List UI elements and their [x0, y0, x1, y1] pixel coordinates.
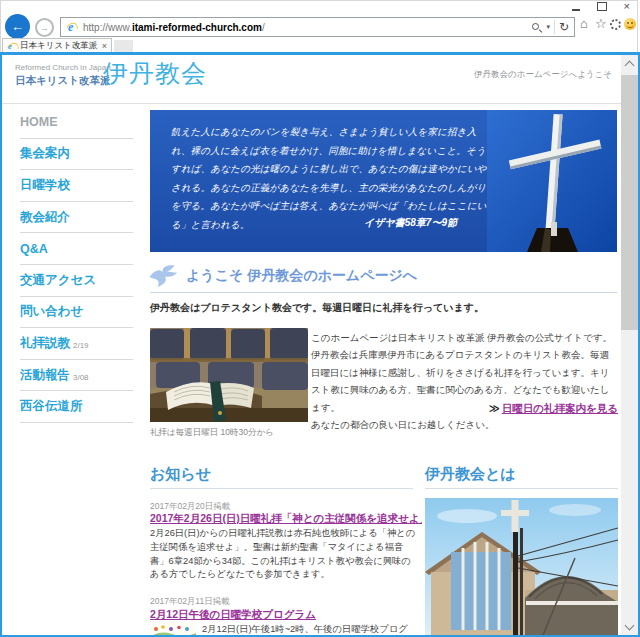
scrollbar-down-arrow[interactable] — [621, 618, 638, 635]
description-line-3: あなたの都合の良い日にお越しください。 — [311, 416, 618, 433]
sidebar-item-label: 教会紹介 — [20, 209, 70, 226]
bible-photo-caption: 礼拝は毎週日曜日 10時30分から — [150, 427, 274, 439]
sidebar-item-label: 問い合わせ — [20, 303, 83, 320]
chevron-down-icon — [625, 620, 635, 630]
sidebar-item-sermons[interactable]: 礼拝説教2/19 — [20, 328, 133, 360]
minimize-button[interactable] — [572, 0, 580, 15]
hero-banner: 飢えた人にあなたのパンを裂き与え、さまよう貧しい人を家に招き入れ、裸の人に会えば… — [150, 110, 617, 252]
favorites-star-icon[interactable]: ☆ — [595, 17, 607, 31]
address-bar[interactable]: e http://www.itami-reformed-church.com/ … — [60, 17, 575, 37]
tab-close-icon[interactable]: × — [102, 41, 107, 51]
back-arrow-icon: ← — [11, 19, 24, 34]
sidebar-item-label: 西谷伝道所 — [20, 398, 83, 415]
news-heading-divider — [150, 488, 413, 489]
news-thumbnail-image — [150, 623, 196, 635]
maximize-icon — [597, 2, 607, 11]
search-icon[interactable] — [532, 23, 541, 32]
denomination-en-label: Reformed Church in Japan — [15, 63, 111, 72]
worship-info-link[interactable]: 日曜日の礼拝案内を見る — [502, 402, 618, 414]
url-path: / — [262, 22, 265, 33]
sidebar-item-church-intro[interactable]: 教会紹介 — [20, 202, 133, 234]
page-favicon-ie-icon: e — [66, 21, 79, 34]
news-item-body: 2月12日(日)午後1時~2時、午後の日曜学校プログ — [202, 623, 408, 635]
description-line-1: このホームページは日本キリスト改革派 伊丹教会の公式サイトです。 — [311, 329, 618, 346]
site-title-logo[interactable]: 伊丹教会 — [103, 57, 207, 90]
sidebar-item-meetings[interactable]: 集会案内 — [20, 139, 133, 171]
browser-window: × ← → e http://www.itami-reformed-church… — [0, 0, 640, 637]
feedback-smiley-icon[interactable] — [624, 18, 636, 30]
forward-button[interactable]: → — [35, 18, 54, 37]
window-frame-left — [0, 55, 2, 635]
sidebar-item-qa[interactable]: Q&A — [20, 233, 133, 265]
maximize-button[interactable] — [597, 0, 607, 15]
news-item-date: 2017年02月11日掲載 — [150, 596, 230, 608]
settings-gear-icon[interactable] — [610, 19, 621, 30]
sidebar-item-label: 日曜学校 — [20, 177, 70, 194]
forward-arrow-icon: → — [40, 23, 49, 33]
sidebar-nav: HOME 集会案内 日曜学校 教会紹介 Q&A 交通アクセス 問い合わせ 礼拝説… — [20, 107, 133, 423]
back-button[interactable]: ← — [5, 14, 30, 39]
page-viewport: Reformed Church in Japan 日本キリスト改革派 伊丹教会 … — [2, 55, 638, 635]
sidebar-item-label: 集会案内 — [20, 145, 70, 162]
url-scheme: http://www. — [83, 22, 132, 33]
header-welcome-note: 伊丹教会のホームページへようこそ — [474, 69, 612, 81]
address-bar-divider — [554, 20, 555, 34]
tab-title: 日本キリスト改革派 伊丹教会... — [20, 40, 99, 52]
sidebar-item-label: HOME — [20, 115, 58, 129]
tab-itami-church[interactable]: e 日本キリスト改革派 伊丹教会... × — [2, 38, 112, 52]
header-divider — [2, 103, 621, 104]
refresh-icon[interactable]: ↻ — [559, 21, 569, 33]
new-tab-button[interactable] — [114, 40, 133, 52]
home-icon[interactable]: ⌂ — [580, 17, 588, 31]
dove-icon — [148, 264, 178, 288]
close-window-icon[interactable]: × — [624, 1, 630, 11]
welcome-intro-text: 伊丹教会はプロテスタント教会です。毎週日曜日に礼拝を行っています。 — [150, 301, 484, 315]
news-item-row: 2月12日(日)午後1時~2時、午後の日曜学校プログ — [150, 623, 422, 635]
about-heading: 伊丹教会とは — [425, 465, 516, 484]
news-item-title-link[interactable]: 2月12日午後の日曜学校プログラム — [150, 608, 422, 622]
vertical-scrollbar[interactable] — [621, 55, 638, 635]
tab-favicon-ie-icon: e — [7, 41, 17, 51]
sidebar-item-access[interactable]: 交通アクセス — [20, 265, 133, 297]
sidebar-item-home[interactable]: HOME — [20, 107, 133, 139]
scrollbar-thumb[interactable] — [621, 75, 638, 330]
welcome-heading-divider — [150, 292, 617, 293]
sidebar-item-label: Q&A — [20, 242, 48, 256]
about-heading-divider — [425, 488, 618, 489]
sidebar-item-nishitani-mission[interactable]: 西谷伝道所 — [20, 391, 133, 423]
scrollbar-up-arrow[interactable] — [621, 55, 638, 72]
church-building-photo — [425, 498, 618, 635]
sidebar-item-label: 活動報告 — [20, 367, 70, 384]
news-item-title-link[interactable]: 2017年2月26日(日)日曜礼拝「神との主従関係を追求せよ」 — [150, 512, 422, 526]
chevron-right-icon: ≫ — [489, 402, 500, 414]
site-description: このホームページは日本キリスト改革派 伊丹教会の公式サイトです。 伊丹教会は兵庫… — [311, 329, 618, 433]
sidebar-item-date: 2/19 — [73, 341, 89, 350]
url-domain: itami-reformed-church.com — [132, 22, 262, 33]
sidebar-item-label: 礼拝説教 — [20, 335, 70, 352]
chevron-up-icon — [625, 60, 635, 70]
sidebar-item-contact[interactable]: 問い合わせ — [20, 297, 133, 329]
news-heading: お知らせ — [150, 465, 211, 484]
smiley-mouth — [627, 24, 633, 28]
sidebar-item-date: 3/08 — [73, 373, 89, 382]
welcome-heading: ようこそ 伊丹教会のホームページへ — [186, 267, 417, 285]
cross-photo — [487, 110, 617, 252]
sidebar-item-sunday-school[interactable]: 日曜学校 — [20, 170, 133, 202]
worship-link-row: ≫日曜日の礼拝案内を見る — [311, 402, 618, 416]
news-item-body: 2月26日(日)からの日曜礼拝説教は赤石純也牧師による「神との主従関係を追求せよ… — [150, 527, 416, 582]
url-text: http://www.itami-reformed-church.com/ — [83, 22, 528, 33]
window-controls: × — [572, 1, 630, 11]
search-dropdown-caret-icon[interactable]: ▾ — [546, 23, 550, 31]
bible-verse-reference: イザヤ書58章7〜9節 — [171, 216, 457, 230]
sidebar-item-activity-report[interactable]: 活動報告3/08 — [20, 360, 133, 392]
sidebar-item-label: 交通アクセス — [20, 272, 96, 289]
minimize-icon — [572, 9, 580, 11]
bible-photo — [150, 328, 308, 422]
denomination-ja-label: 日本キリスト改革派 — [15, 74, 110, 88]
